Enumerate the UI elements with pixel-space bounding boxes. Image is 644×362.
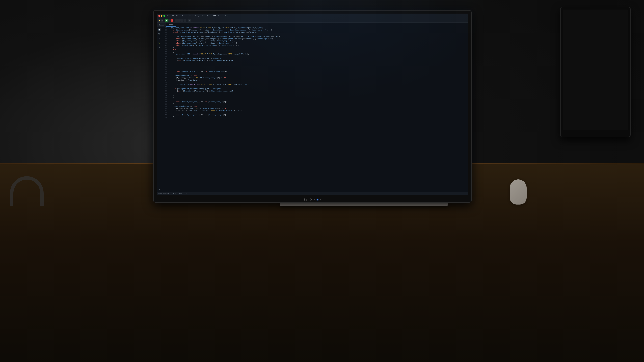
line-row: 54 { — [162, 73, 468, 75]
main-monitor: File Edit View Refactor Code Analyze Run… — [153, 10, 472, 203]
toolbar-folder-icon[interactable]: 📁 — [158, 19, 160, 22]
toolbar-stop-icon[interactable]: ■ — [171, 19, 174, 22]
toolbar-debug-icon[interactable]: 🐛 — [168, 19, 170, 22]
line-code: T_catalog_rec.'name_lang_*'; — [168, 79, 468, 81]
toolbar-run-icon[interactable]: ▶ — [165, 19, 168, 22]
line-code: if ($category) $t_criterion['category_id… — [168, 88, 468, 90]
line-row: 45 $t_criterion = $DB->selectRow('SELECT… — [162, 53, 468, 55]
toolbar-commit-icon[interactable]: ✓ — [178, 19, 180, 22]
line-number: 62 — [162, 90, 168, 92]
line-row: 59 $t_criterion = $DB->selectRow('SELECT… — [162, 84, 468, 86]
line-number: 55 — [162, 75, 168, 77]
line-number: 73 — [162, 114, 168, 116]
line-number: 42 — [162, 47, 168, 49]
sidebar-debug-icon2[interactable]: 🐛 — [158, 41, 161, 44]
line-number: 52 — [162, 68, 168, 70]
line-number: 35 — [162, 31, 168, 33]
chin-dot-1 — [314, 199, 315, 200]
line-row: 70 (T_catalog_rec.'name' LIKE '%'.$searc… — [162, 108, 468, 110]
line-row: 64 } — [162, 94, 468, 97]
line-number: 60 — [162, 86, 168, 88]
line-number: 47 — [162, 57, 168, 60]
line-row: 38 elseif ($t_search_param['rec_type']==… — [162, 38, 468, 40]
line-row: 63 — [162, 92, 468, 94]
activity-bar: 📄 🔍 ⑃ 🐛 ⊞ ⚙ — [157, 27, 162, 192]
line-row: 57 T_catalog_rec.'name_lang_*'; — [162, 79, 468, 81]
sidebar-files-icon[interactable]: 📄 — [158, 28, 161, 31]
sidebar-search-icon[interactable]: 🔍 — [158, 32, 161, 36]
toolbar-pull-icon[interactable]: ↓ — [184, 19, 186, 22]
sidebar-settings-icon2[interactable]: ⚙ — [158, 188, 161, 191]
line-number: 58 — [162, 81, 168, 84]
line-code — [168, 86, 468, 88]
line-row: 72 — [162, 112, 468, 114]
line-code: if ($t_search_param['param_type']==='pri… — [168, 29, 468, 31]
window-controls — [158, 15, 165, 17]
line-code: if (isset ($t_criterion['category_id']) … — [168, 60, 468, 62]
toolbar-settings-icon[interactable]: ⚙ — [188, 19, 191, 22]
line-number: 36 — [162, 33, 168, 36]
menu-vcs[interactable]: VCS — [213, 15, 216, 17]
line-row: 44 { — [162, 51, 468, 53]
toolbar-search-icon[interactable]: 🔍 — [161, 19, 163, 22]
line-number: 48 — [162, 60, 168, 62]
code-editor[interactable]: 33 $t_search_param = $DB->selectRow('SEL… — [162, 27, 468, 192]
line-row: 52 — [162, 68, 468, 70]
menu-window[interactable]: Window — [218, 15, 223, 17]
line-number: 39 — [162, 40, 168, 42]
line-row: 36 { — [162, 33, 468, 36]
tab-history[interactable]: History — [166, 23, 176, 27]
toolbar-push-icon[interactable]: ↑ — [181, 19, 184, 22]
line-number: 49 — [162, 62, 168, 64]
line-row: 51 } — [162, 66, 468, 68]
sidebar-extensions-icon[interactable]: ⊞ — [158, 45, 161, 49]
line-code: (T_catalog_rec.'name' LIKE '%'.$search_p… — [168, 77, 468, 79]
scene: File Edit View Refactor Code Analyze Run… — [0, 0, 644, 362]
line-code: $t_criterion = $DB->selectRow('SELECT * … — [168, 84, 468, 86]
menu-code[interactable]: Code — [189, 15, 193, 17]
line-number: 56 — [162, 77, 168, 79]
line-number: 54 — [162, 73, 168, 75]
line-number: 69 — [162, 105, 168, 108]
minimize-btn[interactable] — [161, 15, 162, 17]
menu-tools[interactable]: Tools — [207, 15, 211, 17]
menu-view[interactable]: View — [176, 15, 180, 17]
right-screen — [563, 9, 628, 130]
line-code — [168, 68, 468, 70]
menu-analyze[interactable]: Analyze — [195, 15, 200, 17]
line-code: } — [168, 64, 468, 66]
line-code: } — [168, 47, 468, 49]
line-number: 45 — [162, 53, 168, 55]
toolbar-git-icon[interactable]: ⑃ — [175, 19, 178, 22]
menu-edit[interactable]: Edit — [172, 15, 174, 17]
line-row: 41 else { $search_sign = '%'; $search_st… — [162, 44, 468, 47]
close-btn[interactable] — [158, 15, 160, 17]
tab-source[interactable]: Source — [157, 23, 166, 27]
line-number: 63 — [162, 92, 168, 94]
line-code — [168, 92, 468, 94]
line-code: elseif ($t_search_param['rec_type']==='i… — [168, 38, 468, 40]
menu-help[interactable]: Help — [225, 15, 228, 17]
line-code — [168, 62, 468, 64]
line-code: if (isset ($search_param_arr[0]) && trim… — [168, 101, 468, 103]
toolbar: 📁 🔍 ▶ 🐛 ■ ⑃ ✓ ↑ ↓ ⚙ — [157, 18, 468, 23]
menu-run[interactable]: Run — [202, 15, 205, 17]
line-number: 59 — [162, 84, 168, 86]
chin-dot-3 — [320, 199, 321, 200]
line-code: (T_catalog_rec.'name' LIKE '%'.$search_p… — [168, 108, 468, 110]
status-encoding: UTF-8 — [179, 193, 182, 194]
menu-bar: File Edit View Refactor Code Analyze Run… — [167, 15, 228, 17]
line-row: 60 — [162, 86, 468, 88]
menu-refactor[interactable]: Refactor — [182, 15, 187, 17]
line-code: if (isset ($t_criterion['category_id']) … — [168, 90, 468, 92]
status-bar: search_catalog.php Line 33 UTF-8 LF — [157, 192, 468, 195]
title-bar: File Edit View Refactor Code Analyze Run… — [157, 13, 468, 18]
menu-file[interactable]: File — [167, 15, 170, 17]
line-row: 50 } — [162, 64, 468, 66]
line-row: 66 — [162, 99, 468, 101]
line-row: 71 T_catalog_rec.'name_lang_*'.'clang_id… — [162, 110, 468, 112]
line-code: T_catalog_rec.'name_lang_*'.'clang_id_*'… — [168, 110, 468, 112]
maximize-btn[interactable] — [163, 15, 165, 17]
sidebar-git-icon[interactable]: ⑃ — [158, 37, 161, 40]
line-number: 74 — [162, 116, 168, 118]
